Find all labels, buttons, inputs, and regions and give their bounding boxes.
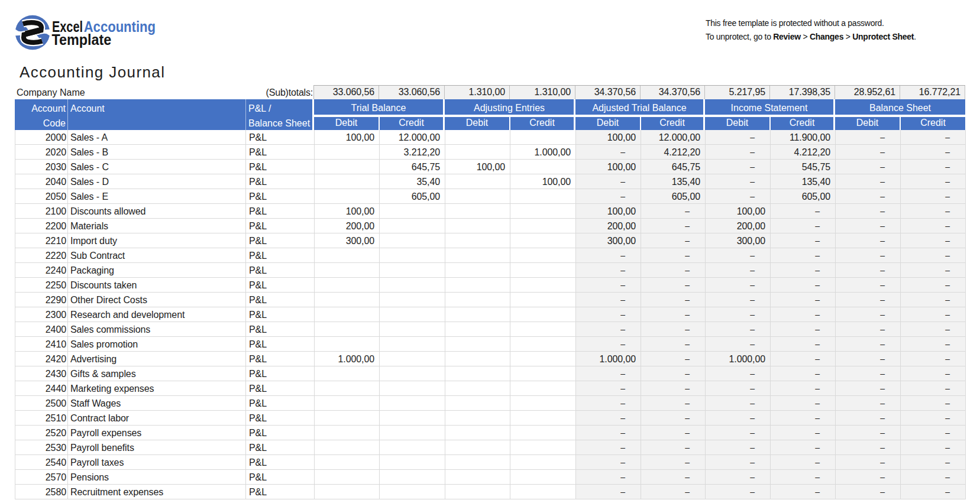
svg-text:Template: Template (51, 31, 111, 48)
